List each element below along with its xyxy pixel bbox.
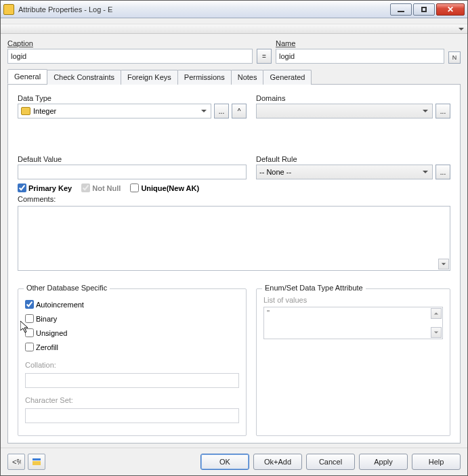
enum-list-label: List of values [263, 296, 307, 304]
enum-placeholder: '' [267, 309, 270, 317]
tab-check-constraints[interactable]: Check Constraints [47, 70, 121, 85]
menu-stub [1, 18, 467, 24]
apply-button[interactable]: Apply [359, 454, 408, 470]
default-rule-value: -- None -- [259, 168, 291, 176]
datatype-icon [21, 107, 30, 115]
collation-label: Collation: [25, 361, 239, 369]
code-icon-button[interactable]: <%> [7, 454, 25, 470]
binary-checkbox[interactable]: Binary [25, 313, 239, 324]
collation-input [25, 373, 239, 388]
name-input[interactable] [276, 49, 444, 64]
caption-input[interactable] [7, 49, 253, 64]
name-label: Name [276, 39, 461, 47]
zerofill-checkbox[interactable]: Zerofill [25, 341, 239, 353]
default-rule-ellipsis-button[interactable]: ... [435, 165, 450, 179]
svg-text:<%>: <%> [12, 458, 21, 466]
autoincrement-checkbox[interactable]: Autoincrement [25, 299, 239, 310]
tab-general[interactable]: General [7, 69, 47, 84]
unsigned-checkbox[interactable]: Unsigned [25, 327, 239, 339]
close-button[interactable]: ✕ [436, 3, 465, 16]
comments-scroll-down[interactable] [438, 259, 449, 269]
window-title: Attribute Properties - Log - E [18, 5, 390, 14]
tab-notes[interactable]: Notes [231, 70, 264, 85]
tab-foreign-keys[interactable]: Foreign Keys [121, 70, 178, 85]
datatype-ellipsis-button[interactable]: ... [214, 104, 229, 118]
datatype-caret-up-button[interactable]: ^ [232, 104, 247, 118]
datatype-value: Integer [33, 107, 56, 115]
enum-scroll-down[interactable] [431, 327, 442, 338]
minimize-button[interactable] [390, 3, 412, 16]
entity-icon-button[interactable] [28, 454, 45, 470]
svg-rect-1 [33, 458, 41, 460]
tab-permissions[interactable]: Permissions [177, 70, 232, 85]
enum-listbox: '' [263, 307, 443, 339]
datatype-combo[interactable]: Integer [18, 104, 211, 118]
svg-rect-2 [33, 461, 41, 465]
ok-button[interactable]: OK [200, 454, 249, 470]
default-value-label: Default Value [18, 155, 247, 163]
name-aux-button[interactable]: N [448, 51, 461, 64]
unique-checkbox[interactable]: Unique(New AK) [130, 183, 199, 192]
other-db-group: Other Database Specific Autoincrement Bi… [18, 288, 247, 436]
tab-strip: General Check Constraints Foreign Keys P… [7, 69, 461, 85]
domains-label: Domains [256, 94, 450, 102]
charset-input [25, 408, 239, 423]
default-rule-combo[interactable]: -- None -- [256, 165, 433, 179]
domains-combo[interactable] [256, 104, 433, 118]
maximize-button[interactable] [413, 3, 435, 16]
title-bar: Attribute Properties - Log - E ✕ [1, 1, 467, 18]
enum-scroll-up[interactable] [431, 308, 442, 319]
dialog-window: Attribute Properties - Log - E ✕ Caption… [0, 0, 468, 476]
charset-label: Character Set: [25, 396, 239, 404]
help-button[interactable]: Help [412, 454, 461, 470]
not-null-checkbox: Not Null [81, 183, 121, 192]
other-db-legend: Other Database Specific [24, 284, 110, 292]
comments-label: Comments: [18, 195, 450, 203]
datatype-label: Data Type [18, 94, 247, 102]
default-value-input[interactable] [18, 165, 247, 179]
domains-ellipsis-button[interactable]: ... [435, 104, 450, 118]
enum-legend: Enum/Set Data Type Attribute [262, 284, 366, 292]
ok-add-button[interactable]: Ok+Add [253, 454, 302, 470]
comments-textarea[interactable] [18, 206, 450, 271]
tab-generated[interactable]: Generated [263, 70, 312, 85]
cancel-button[interactable]: Cancel [306, 454, 355, 470]
app-icon [3, 4, 14, 15]
primary-key-checkbox[interactable]: Primary Key [18, 183, 72, 192]
caption-label: Caption [7, 39, 253, 47]
enum-group: Enum/Set Data Type Attribute List of val… [256, 288, 450, 436]
dialog-footer: <%> OK Ok+Add Cancel Apply Help [1, 448, 467, 475]
tab-body-general: Data Type Integer ... ^ Domains [7, 85, 461, 443]
default-rule-label: Default Rule [256, 155, 450, 163]
equals-button[interactable]: = [257, 49, 272, 64]
toolbar-dropdown[interactable] [1, 24, 467, 34]
